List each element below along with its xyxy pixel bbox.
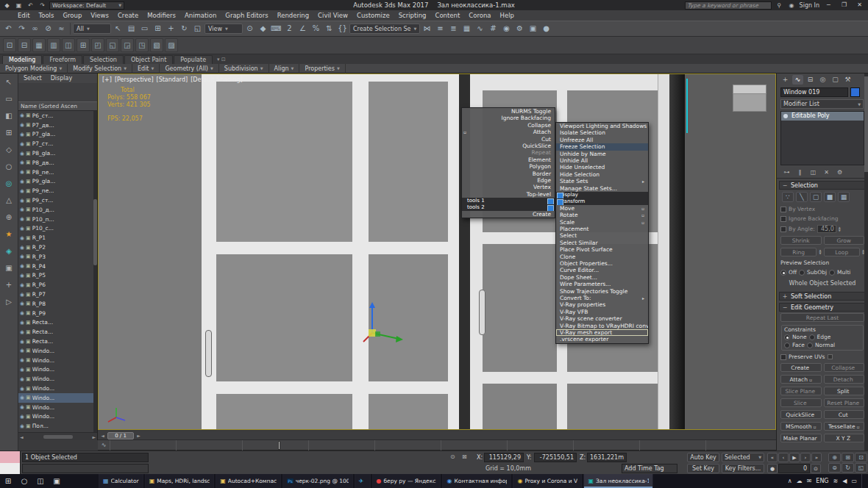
ribbon-tab[interactable]: Object Paint [124, 55, 173, 64]
select-by-name-icon[interactable]: ▤ [125, 22, 138, 35]
menu-item[interactable]: Corona [464, 10, 495, 21]
ribbon-tab[interactable]: Populate [174, 55, 213, 64]
spinner-icon[interactable]: ▲▼ [839, 226, 841, 232]
redo-icon[interactable]: ↷ [38, 2, 47, 9]
scroll-left-icon[interactable]: ◄ [20, 434, 24, 439]
preserve-uvs-checkbox[interactable] [780, 354, 786, 360]
settings-box-icon[interactable]: ▫ [813, 425, 816, 428]
edit-geometry-button[interactable]: Cut [824, 410, 865, 419]
list-item[interactable]: ◉ ▣ R_P9 [18, 309, 97, 318]
visibility-icon[interactable]: ◉ [20, 207, 24, 212]
taskbar-app-button[interactable]: ◉ Контактная информ... [442, 474, 511, 488]
spinner-snap-icon[interactable]: ⇅ [323, 22, 335, 35]
visibility-icon[interactable]: ◉ [20, 159, 24, 165]
border-icon[interactable]: ▢ [810, 192, 822, 202]
side-tool-icon[interactable]: △ [3, 195, 15, 206]
settings-box-icon[interactable]: ▫ [809, 378, 812, 381]
network-icon[interactable]: ≋ [833, 478, 839, 484]
list-item[interactable]: ◉ ▣ P8_дв... [18, 158, 97, 168]
edit-geometry-button[interactable]: Slice Plane [780, 387, 822, 395]
constraint-none-radio[interactable] [784, 334, 790, 340]
menu-item[interactable]: Element [462, 157, 555, 163]
list-item[interactable]: ◉ ▣ R_P4 [18, 262, 97, 271]
extra-tool-icon[interactable]: ⊡ [3, 38, 16, 52]
ring-button[interactable]: Ring [780, 248, 817, 256]
redo-icon[interactable]: ↷ [15, 22, 28, 35]
ribbon-tab[interactable]: Modeling [2, 55, 42, 64]
object-name-field[interactable]: Window 019 [780, 87, 848, 97]
constraint-normal-radio[interactable] [807, 342, 813, 348]
ceiling-object[interactable] [733, 85, 766, 94]
edit-geometry-button[interactable]: Detach [824, 375, 865, 384]
visibility-icon[interactable]: ◉ [20, 122, 24, 128]
extra-tool-icon[interactable]: ◱ [106, 38, 119, 52]
mini-curve-editor-icon[interactable]: ∿ [99, 441, 108, 450]
element-icon[interactable]: ▦ [838, 192, 850, 202]
menu-item[interactable]: Wire Parameters... [556, 281, 648, 287]
edit-geometry-button[interactable]: Make Planar [780, 434, 822, 442]
named-selection-sets-dropdown[interactable]: Create Selection Se▼ [349, 24, 420, 34]
explorer-display-menu[interactable]: Display [47, 74, 77, 82]
list-item[interactable]: ◉ ▣ P9_пе... [18, 186, 97, 195]
menu-item[interactable]: Move ▫ [556, 205, 648, 212]
ribbon-panel-button[interactable]: Modify Selection▼ [68, 64, 132, 73]
preserve-uvs-settings-icon[interactable] [828, 354, 833, 359]
visibility-icon[interactable]: ◉ [20, 151, 24, 157]
edit-geometry-button[interactable]: Attach▫ [780, 375, 822, 384]
visibility-icon[interactable]: ◉ [20, 198, 24, 204]
rendered-frame-window-icon[interactable]: ▣ [527, 22, 539, 35]
list-item[interactable]: ◉ ▣ R_P2 [18, 243, 97, 252]
visibility-icon[interactable]: ◉ [20, 376, 24, 382]
taskbar-app-button[interactable]: ✈ [355, 474, 371, 488]
reference-coordinate-dropdown[interactable]: View▼ [204, 24, 243, 34]
menu-item[interactable]: Modifiers [143, 10, 180, 21]
maximize-viewport-icon[interactable]: ◱ [855, 463, 867, 473]
list-item[interactable]: ◉ ▣ R_P6 [18, 280, 97, 290]
rollout-soft-selection[interactable]: + Soft Selection [779, 292, 866, 301]
transform-gizmo[interactable] [357, 302, 409, 354]
scrollbar-thumb[interactable] [43, 435, 73, 439]
rollout-edit-geometry[interactable]: − Edit Geometry [779, 303, 866, 312]
ribbon-panel-button[interactable]: Properties▼ [299, 64, 345, 73]
extra-tool-icon[interactable]: ▦ [32, 38, 46, 52]
visibility-icon[interactable]: ◉ [20, 179, 24, 184]
orbit-icon[interactable]: ↻ [842, 463, 854, 473]
menu-item[interactable]: Curve Editor... [556, 267, 648, 273]
visibility-icon[interactable]: ◉ [20, 273, 24, 279]
display-tab-icon[interactable]: ▢ [830, 75, 841, 85]
menu-item[interactable]: display [556, 192, 648, 198]
list-item[interactable]: ◉ ▣ R_P8 [18, 299, 97, 309]
list-item[interactable]: ◉ ▣ R_P7 [18, 290, 97, 299]
visibility-icon[interactable]: ◉ [20, 348, 24, 354]
menu-item[interactable]: Viewport Lighting and Shadows ▸ [556, 123, 648, 129]
door-handle[interactable] [205, 330, 212, 377]
extra-tool-icon[interactable]: ◰ [91, 38, 104, 52]
ribbon-panel-button[interactable]: Align▼ [269, 64, 300, 73]
viewport-style-label[interactable]: [Standard] [157, 76, 188, 83]
show-end-result-icon[interactable]: ∥ [795, 168, 805, 177]
list-item[interactable]: ◉ ▣ Windo... [18, 356, 97, 365]
rollout-selection[interactable]: − Selection [779, 181, 866, 190]
list-item[interactable]: ◉ ▣ Recta... [18, 318, 97, 328]
visibility-icon[interactable]: ◉ [20, 339, 24, 345]
app-logo-icon[interactable]: ◆ [2, 2, 12, 9]
visibility-icon[interactable]: ◉ [20, 357, 24, 363]
select-and-link-icon[interactable]: ∞ [29, 22, 41, 35]
scrollbar-thumb[interactable] [864, 76, 868, 172]
animate-mode-dropdown[interactable]: Selected▼ [722, 453, 764, 462]
menu-item[interactable]: V-Ray mesh export [556, 329, 648, 336]
menu-item[interactable]: transform [556, 198, 648, 205]
visibility-icon[interactable]: ◉ [20, 292, 24, 298]
by-angle-checkbox[interactable] [780, 226, 786, 232]
selection-filter-dropdown[interactable]: All▼ [73, 24, 111, 34]
key-mode-toggle-icon[interactable]: ● [767, 464, 778, 473]
visibility-icon[interactable]: ◉ [20, 132, 24, 137]
list-item[interactable]: ◉ ▣ R_P3 [18, 252, 97, 262]
configure-modifier-sets-icon[interactable]: ⚙ [835, 168, 844, 177]
menu-item[interactable]: State Sets ▸ [556, 178, 648, 184]
menu-item[interactable]: Edge [462, 177, 555, 184]
side-tool-icon[interactable]: ◎ [3, 179, 15, 189]
ceiling-object[interactable] [733, 94, 766, 112]
list-item[interactable]: ◉ ▣ P10_д... [18, 205, 97, 215]
list-item[interactable]: ◉ ▣ Windo... [18, 412, 97, 422]
